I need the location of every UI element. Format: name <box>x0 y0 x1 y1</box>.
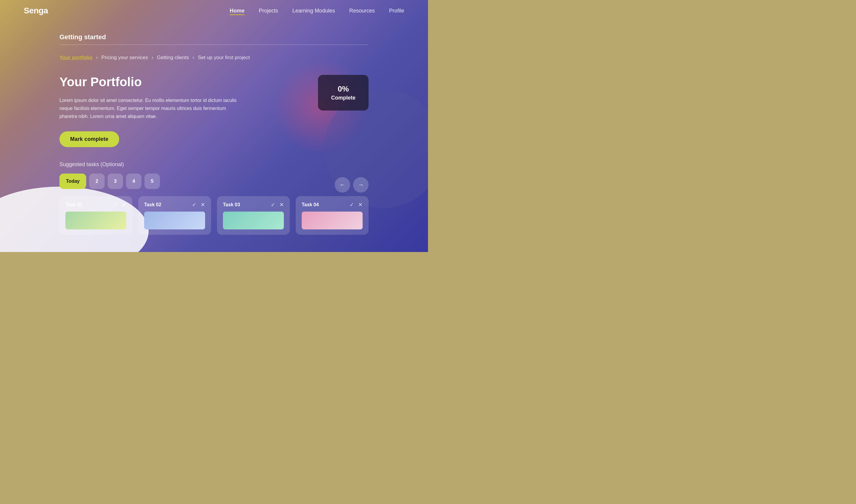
task-card-4-actions: ✓ ✕ <box>350 201 363 208</box>
progress-box: 0% Complete <box>318 75 369 111</box>
brand-logo[interactable]: Senga <box>24 6 48 16</box>
mark-complete-button[interactable]: Mark complete <box>59 131 119 147</box>
portfolio-section: Your Portfolio Lorem ipsum dolor sit ame… <box>59 75 369 147</box>
task-card-3: Task 03 ✓ ✕ <box>217 196 290 235</box>
section-title: Getting started <box>59 33 369 41</box>
task-card-3-title: Task 03 <box>223 202 240 208</box>
task-card-1-title: Task 01 <box>65 202 83 208</box>
nav-link-learning[interactable]: Learning Modules <box>292 8 335 14</box>
suggested-section: Suggested tasks (Optional) Today 2 3 4 5… <box>0 161 428 235</box>
day-tab-3[interactable]: 3 <box>108 174 123 189</box>
breadcrumb-item-pricing[interactable]: Pricing your services <box>101 55 148 60</box>
portfolio-description: Lorem ipsum dolor sit amet consectetur. … <box>59 96 238 121</box>
nav-arrows: ← → <box>335 177 369 193</box>
day-tabs-row: Today 2 3 4 5 ← → <box>59 174 369 196</box>
day-tab-5[interactable]: 5 <box>144 174 160 189</box>
breadcrumb: Your portfolio › Pricing your services ›… <box>59 54 369 60</box>
nav-link-profile[interactable]: Profile <box>389 8 404 14</box>
task-1-check-icon[interactable]: ✓ <box>113 201 118 208</box>
navbar: Senga Home Projects Learning Modules Res… <box>0 0 428 21</box>
task-card-2-body <box>144 212 205 230</box>
task-1-close-icon[interactable]: ✕ <box>122 201 126 208</box>
left-arrow-icon: ← <box>339 181 345 188</box>
task-card-3-actions: ✓ ✕ <box>271 201 284 208</box>
page-wrapper: Senga Home Projects Learning Modules Res… <box>0 0 428 252</box>
main-content: Getting started Your portfolio › Pricing… <box>0 21 428 147</box>
breadcrumb-item-clients[interactable]: Getting clients <box>157 55 189 60</box>
task-card-1-body <box>65 212 126 230</box>
nav-item-projects[interactable]: Projects <box>259 8 278 14</box>
nav-links: Home Projects Learning Modules Resources… <box>230 8 404 14</box>
nav-item-resources[interactable]: Resources <box>349 8 375 14</box>
nav-item-profile[interactable]: Profile <box>389 8 404 14</box>
task-2-close-icon[interactable]: ✕ <box>201 201 205 208</box>
section-divider <box>59 44 369 45</box>
task-card-3-body <box>223 212 284 230</box>
task-card-2-title: Task 02 <box>144 202 161 208</box>
day-tab-today[interactable]: Today <box>59 174 86 189</box>
breadcrumb-item-project[interactable]: Set up your first project <box>198 55 250 60</box>
task-card-2-header: Task 02 ✓ ✕ <box>144 201 205 208</box>
progress-label: Complete <box>331 95 355 101</box>
nav-link-home[interactable]: Home <box>230 8 245 15</box>
prev-arrow-button[interactable]: ← <box>335 177 350 193</box>
task-card-4-title: Task 04 <box>302 202 319 208</box>
task-3-close-icon[interactable]: ✕ <box>279 201 284 208</box>
next-arrow-button[interactable]: → <box>353 177 369 193</box>
task-3-check-icon[interactable]: ✓ <box>271 201 275 208</box>
task-card-1-actions: ✓ ✕ <box>113 201 126 208</box>
task-2-check-icon[interactable]: ✓ <box>192 201 196 208</box>
task-4-check-icon[interactable]: ✓ <box>350 201 354 208</box>
day-tabs: Today 2 3 4 5 <box>59 174 160 189</box>
task-cards: Task 01 ✓ ✕ Task 02 ✓ ✕ <box>59 196 369 235</box>
task-card-2-actions: ✓ ✕ <box>192 201 205 208</box>
portfolio-left: Your Portfolio Lorem ipsum dolor sit ame… <box>59 75 238 147</box>
task-card-4-body <box>302 212 363 230</box>
breadcrumb-item-portfolio[interactable]: Your portfolio <box>59 55 92 60</box>
chevron-icon-1: › <box>96 54 98 60</box>
task-card-2: Task 02 ✓ ✕ <box>138 196 211 235</box>
task-card-1: Task 01 ✓ ✕ <box>59 196 132 235</box>
task-card-4-header: Task 04 ✓ ✕ <box>302 201 363 208</box>
task-4-close-icon[interactable]: ✕ <box>358 201 363 208</box>
nav-link-projects[interactable]: Projects <box>259 8 278 14</box>
right-arrow-icon: → <box>358 181 364 188</box>
nav-link-resources[interactable]: Resources <box>349 8 375 14</box>
nav-item-learning[interactable]: Learning Modules <box>292 8 335 14</box>
nav-item-home[interactable]: Home <box>230 8 245 14</box>
task-card-1-header: Task 01 ✓ ✕ <box>65 201 126 208</box>
task-card-4: Task 04 ✓ ✕ <box>296 196 369 235</box>
day-tab-4[interactable]: 4 <box>126 174 141 189</box>
portfolio-title: Your Portfolio <box>59 75 238 89</box>
chevron-icon-2: › <box>151 54 154 60</box>
day-tab-2[interactable]: 2 <box>89 174 105 189</box>
chevron-icon-3: › <box>193 54 194 60</box>
task-card-3-header: Task 03 ✓ ✕ <box>223 201 284 208</box>
progress-percent: 0% <box>331 84 355 94</box>
suggested-title: Suggested tasks (Optional) <box>59 161 369 168</box>
